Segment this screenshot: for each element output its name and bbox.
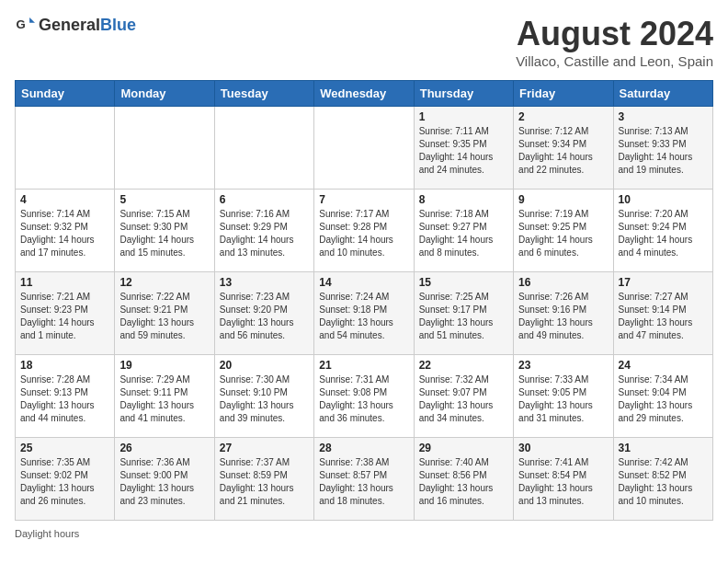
- day-detail: Sunrise: 7:27 AM Sunset: 9:14 PM Dayligh…: [619, 291, 708, 342]
- day-detail: Sunrise: 7:22 AM Sunset: 9:21 PM Dayligh…: [119, 291, 209, 342]
- calendar-cell: 3Sunrise: 7:13 AM Sunset: 9:33 PM Daylig…: [613, 107, 712, 190]
- calendar-week-row: 4Sunrise: 7:14 AM Sunset: 9:32 PM Daylig…: [16, 190, 713, 272]
- calendar-cell: 29Sunrise: 7:40 AM Sunset: 8:56 PM Dayli…: [414, 438, 513, 521]
- logo-text-blue: Blue: [100, 16, 136, 34]
- calendar-cell: 30Sunrise: 7:41 AM Sunset: 8:54 PM Dayli…: [514, 438, 613, 521]
- day-number: 11: [20, 276, 109, 289]
- day-detail: Sunrise: 7:20 AM Sunset: 9:24 PM Dayligh…: [619, 208, 708, 259]
- day-detail: Sunrise: 7:34 AM Sunset: 9:04 PM Dayligh…: [619, 373, 708, 425]
- calendar-cell: 1Sunrise: 7:11 AM Sunset: 9:35 PM Daylig…: [414, 107, 513, 190]
- day-detail: Sunrise: 7:29 AM Sunset: 9:11 PM Dayligh…: [119, 373, 209, 425]
- calendar-cell: [16, 107, 115, 190]
- calendar-cell: 5Sunrise: 7:15 AM Sunset: 9:30 PM Daylig…: [115, 190, 214, 272]
- calendar-cell: 18Sunrise: 7:28 AM Sunset: 9:13 PM Dayli…: [16, 355, 115, 438]
- calendar-cell: 2Sunrise: 7:12 AM Sunset: 9:34 PM Daylig…: [514, 107, 613, 190]
- day-number: 31: [619, 442, 708, 454]
- day-number: 15: [419, 276, 508, 289]
- calendar-table: SundayMondayTuesdayWednesdayThursdayFrid…: [15, 80, 713, 521]
- day-number: 21: [319, 359, 408, 372]
- calendar-cell: 12Sunrise: 7:22 AM Sunset: 9:21 PM Dayli…: [115, 272, 214, 355]
- day-number: 10: [619, 193, 708, 206]
- day-number: 13: [220, 276, 309, 289]
- day-number: 25: [20, 442, 109, 454]
- day-detail: Sunrise: 7:32 AM Sunset: 9:07 PM Dayligh…: [419, 373, 508, 425]
- calendar-cell: 8Sunrise: 7:18 AM Sunset: 9:27 PM Daylig…: [414, 190, 513, 272]
- day-number: 24: [619, 359, 708, 372]
- day-detail: Sunrise: 7:28 AM Sunset: 9:13 PM Dayligh…: [20, 373, 109, 425]
- day-number: 30: [518, 442, 608, 454]
- day-detail: Sunrise: 7:26 AM Sunset: 9:16 PM Dayligh…: [518, 291, 608, 342]
- day-detail: Sunrise: 7:15 AM Sunset: 9:30 PM Dayligh…: [119, 208, 209, 259]
- calendar-cell: 9Sunrise: 7:19 AM Sunset: 9:25 PM Daylig…: [514, 190, 613, 272]
- day-detail: Sunrise: 7:21 AM Sunset: 9:23 PM Dayligh…: [20, 291, 109, 342]
- svg-text:G: G: [16, 17, 25, 31]
- calendar-cell: 22Sunrise: 7:32 AM Sunset: 9:07 PM Dayli…: [414, 355, 513, 438]
- daylight-hours-label: Daylight hours: [15, 528, 79, 539]
- column-header-tuesday: Tuesday: [214, 81, 313, 107]
- day-detail: Sunrise: 7:16 AM Sunset: 9:29 PM Dayligh…: [220, 208, 309, 259]
- footer-area: Daylight hours: [15, 528, 713, 539]
- column-header-wednesday: Wednesday: [314, 81, 414, 107]
- calendar-cell: 4Sunrise: 7:14 AM Sunset: 9:32 PM Daylig…: [16, 190, 115, 272]
- calendar-cell: 26Sunrise: 7:36 AM Sunset: 9:00 PM Dayli…: [115, 438, 214, 521]
- header: G GeneralBlue August 2024 Villaco, Casti…: [15, 15, 713, 69]
- day-number: 3: [619, 110, 708, 123]
- calendar-header-row: SundayMondayTuesdayWednesdayThursdayFrid…: [16, 81, 713, 107]
- calendar-cell: 20Sunrise: 7:30 AM Sunset: 9:10 PM Dayli…: [214, 355, 313, 438]
- calendar-cell: [314, 107, 414, 190]
- day-number: 14: [319, 276, 408, 289]
- day-number: 8: [419, 193, 508, 206]
- day-detail: Sunrise: 7:18 AM Sunset: 9:27 PM Dayligh…: [419, 208, 508, 259]
- calendar-week-row: 1Sunrise: 7:11 AM Sunset: 9:35 PM Daylig…: [16, 107, 713, 190]
- calendar-cell: 24Sunrise: 7:34 AM Sunset: 9:04 PM Dayli…: [613, 355, 712, 438]
- day-detail: Sunrise: 7:12 AM Sunset: 9:34 PM Dayligh…: [518, 125, 608, 177]
- day-detail: Sunrise: 7:25 AM Sunset: 9:17 PM Dayligh…: [419, 291, 508, 342]
- day-detail: Sunrise: 7:33 AM Sunset: 9:05 PM Dayligh…: [518, 373, 608, 425]
- column-header-friday: Friday: [514, 81, 613, 107]
- day-number: 5: [119, 193, 209, 206]
- calendar-cell: 14Sunrise: 7:24 AM Sunset: 9:18 PM Dayli…: [314, 272, 414, 355]
- logo: G GeneralBlue: [15, 15, 136, 35]
- day-number: 12: [119, 276, 209, 289]
- day-detail: Sunrise: 7:11 AM Sunset: 9:35 PM Dayligh…: [419, 125, 508, 177]
- day-number: 23: [518, 359, 608, 372]
- calendar-cell: 6Sunrise: 7:16 AM Sunset: 9:29 PM Daylig…: [214, 190, 313, 272]
- logo-icon: G: [15, 15, 35, 35]
- column-header-thursday: Thursday: [414, 81, 513, 107]
- calendar-week-row: 11Sunrise: 7:21 AM Sunset: 9:23 PM Dayli…: [16, 272, 713, 355]
- day-number: 2: [518, 110, 608, 123]
- day-detail: Sunrise: 7:37 AM Sunset: 8:59 PM Dayligh…: [220, 456, 309, 508]
- calendar-cell: 25Sunrise: 7:35 AM Sunset: 9:02 PM Dayli…: [16, 438, 115, 521]
- calendar-week-row: 18Sunrise: 7:28 AM Sunset: 9:13 PM Dayli…: [16, 355, 713, 438]
- calendar-cell: 27Sunrise: 7:37 AM Sunset: 8:59 PM Dayli…: [214, 438, 313, 521]
- calendar-cell: 10Sunrise: 7:20 AM Sunset: 9:24 PM Dayli…: [613, 190, 712, 272]
- day-detail: Sunrise: 7:13 AM Sunset: 9:33 PM Dayligh…: [619, 125, 708, 177]
- day-number: 4: [20, 193, 109, 206]
- day-detail: Sunrise: 7:35 AM Sunset: 9:02 PM Dayligh…: [20, 456, 109, 508]
- day-number: 19: [119, 359, 209, 372]
- calendar-cell: 16Sunrise: 7:26 AM Sunset: 9:16 PM Dayli…: [514, 272, 613, 355]
- calendar-week-row: 25Sunrise: 7:35 AM Sunset: 9:02 PM Dayli…: [16, 438, 713, 521]
- calendar-cell: [115, 107, 214, 190]
- day-detail: Sunrise: 7:42 AM Sunset: 8:52 PM Dayligh…: [619, 456, 708, 508]
- day-detail: Sunrise: 7:23 AM Sunset: 9:20 PM Dayligh…: [220, 291, 309, 342]
- day-detail: Sunrise: 7:30 AM Sunset: 9:10 PM Dayligh…: [220, 373, 309, 425]
- calendar-cell: 17Sunrise: 7:27 AM Sunset: 9:14 PM Dayli…: [613, 272, 712, 355]
- calendar-cell: [214, 107, 313, 190]
- day-number: 26: [119, 442, 209, 454]
- day-detail: Sunrise: 7:24 AM Sunset: 9:18 PM Dayligh…: [319, 291, 408, 342]
- calendar-cell: 19Sunrise: 7:29 AM Sunset: 9:11 PM Dayli…: [115, 355, 214, 438]
- calendar-cell: 21Sunrise: 7:31 AM Sunset: 9:08 PM Dayli…: [314, 355, 414, 438]
- day-number: 18: [20, 359, 109, 372]
- calendar-cell: 11Sunrise: 7:21 AM Sunset: 9:23 PM Dayli…: [16, 272, 115, 355]
- day-number: 28: [319, 442, 408, 454]
- day-detail: Sunrise: 7:41 AM Sunset: 8:54 PM Dayligh…: [518, 456, 608, 508]
- day-number: 7: [319, 193, 408, 206]
- calendar-cell: 31Sunrise: 7:42 AM Sunset: 8:52 PM Dayli…: [613, 438, 712, 521]
- day-number: 9: [518, 193, 608, 206]
- calendar-cell: 13Sunrise: 7:23 AM Sunset: 9:20 PM Dayli…: [214, 272, 313, 355]
- day-number: 16: [518, 276, 608, 289]
- subtitle: Villaco, Castille and Leon, Spain: [516, 53, 713, 69]
- day-number: 27: [220, 442, 309, 454]
- day-detail: Sunrise: 7:40 AM Sunset: 8:56 PM Dayligh…: [419, 456, 508, 508]
